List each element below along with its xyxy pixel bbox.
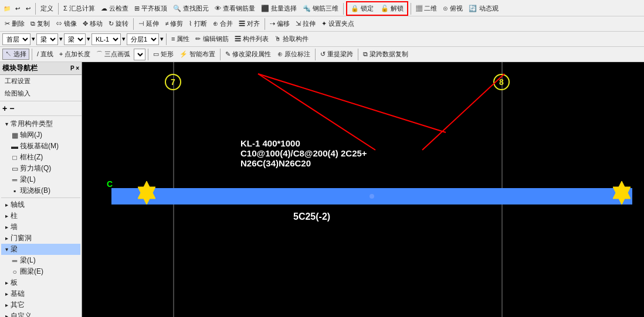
tree-item-liang[interactable]: ▾ 梁 <box>1 244 80 255</box>
annotation-text: KL-1 400*1000 C10@100(4)/C8@200(4) 2C25+… <box>240 138 367 168</box>
toolbar-row1: 📁 ↩ ↩ 定义 Σ 汇总计算 ☁ 云检查 ⊞ 平齐板顶 🔍 查找图元 👁 查看… <box>0 0 644 16</box>
engineering-settings-btn[interactable]: 工程设置 <box>2 76 33 86</box>
set-grip-btn[interactable]: ✦ 设置夹点 <box>319 19 357 29</box>
toolbar-view-rebar-btn[interactable]: 👁 查看钢筋量 <box>212 4 257 13</box>
tree-item-axis[interactable]: ▦ 轴网(J) <box>1 129 80 141</box>
edit-rebar-btn[interactable]: ✏ 编辑钢筋 <box>193 34 231 44</box>
toolbar-batch-btn[interactable]: ⬛ 批量选择 <box>259 4 299 13</box>
panel-tool-add[interactable]: + <box>2 104 7 113</box>
col-icon: □ <box>11 154 19 162</box>
sep7 <box>166 33 167 45</box>
sep6 <box>265 18 265 30</box>
toolbar-find-btn[interactable]: 🔍 查找图元 <box>171 4 211 13</box>
smart-layout-btn[interactable]: ⚡ 智能布置 <box>177 49 218 59</box>
unlock-btn[interactable]: 🔓 解锁 <box>378 4 406 13</box>
tree-item-door[interactable]: ▸ 门窗洞 <box>1 233 80 244</box>
trim-btn[interactable]: ≠ 修剪 <box>162 19 185 29</box>
copy-span-data-btn[interactable]: ⧉ 梁跨数据复制 <box>361 49 411 59</box>
toolbar-row3: 首层二层 ▾ 梁柱 ▾ 梁 ▾ KL-1KL-2 ▾ 分层1分层2 ▾ ≡ 属性… <box>0 32 644 47</box>
property-btn[interactable]: ≡ 属性 <box>169 34 192 44</box>
mirror-btn[interactable]: ⇔ 镜像 <box>53 19 79 29</box>
tree-label: 筏板基础(M) <box>20 141 59 151</box>
move-btn[interactable]: ✥ 移动 <box>80 19 105 29</box>
tree-item-others[interactable]: ▸ 其它 <box>1 299 80 311</box>
tree-item-col[interactable]: ▸ 柱 <box>1 210 80 221</box>
toolbar-calc-btn[interactable]: Σ 汇总计算 <box>61 4 97 13</box>
drawing-input-btn[interactable]: 绘图输入 <box>2 88 33 98</box>
re-extract-btn[interactable]: ↺ 重提梁跨 <box>318 49 355 59</box>
modify-seg-btn[interactable]: ✎ 修改梁段属性 <box>223 49 273 59</box>
point-len-btn[interactable]: ⌖ 点加长度 <box>57 49 93 59</box>
tree-label: 自定义 <box>11 311 32 317</box>
tree-area: ▾ 常用构件类型 ▦ 轴网(J) ▬ 筏板基础(M) □ 框柱(Z) ▭ 剪力墙… <box>0 117 82 317</box>
tree-item-beam[interactable]: ═ 梁(L) <box>1 174 80 185</box>
triangle-left <box>138 181 155 206</box>
tree-label: 墙 <box>11 222 18 232</box>
select-btn[interactable]: ↖ 选择 <box>2 49 29 60</box>
tree-item-slab[interactable]: ▪ 现浇板(B) <box>1 185 80 196</box>
tree-item-foundation[interactable]: ▸ 基础 <box>1 288 80 299</box>
tree-item-axisline[interactable]: ▸ 轴线 <box>1 199 80 210</box>
tree-item-ring-beam[interactable]: ○ 圈梁(E) <box>1 266 80 277</box>
floor-select[interactable]: 首层二层 <box>2 33 30 45</box>
toolbar-3d-rebar-btn[interactable]: 🔩 钢筋三维 <box>300 4 341 13</box>
delete-btn[interactable]: ✂ 删除 <box>2 19 27 29</box>
merge-btn[interactable]: ⊕ 合并 <box>211 19 235 29</box>
beam-l-icon: ═ <box>11 257 19 265</box>
annotation-line1: KL-1 400*1000 <box>240 138 367 148</box>
tree-item-raft[interactable]: ▬ 筏板基础(M) <box>1 141 80 152</box>
align-btn[interactable]: ☰ 对齐 <box>236 19 262 29</box>
sep1 <box>35 3 36 15</box>
rotate-btn[interactable]: ↻ 旋转 <box>106 19 131 29</box>
panel-tool-row: + − <box>0 103 82 114</box>
rect-btn[interactable]: ▭ 矩形 <box>151 49 176 59</box>
sep3 <box>343 3 344 15</box>
lock-btn[interactable]: 🔒 锁定 <box>348 4 376 13</box>
expand-icon: ▸ <box>2 224 11 230</box>
panel-tool-minus[interactable]: − <box>9 104 14 113</box>
panel-pin[interactable]: P × <box>70 65 79 71</box>
break-btn[interactable]: ⌇ 打断 <box>187 19 209 29</box>
annotation-line2: C10@100(4)/C8@200(4) 2C25+ <box>240 148 367 158</box>
canvas-area[interactable]: 7 8 C <box>82 62 644 317</box>
copy-btn[interactable]: ⧉ 复制 <box>28 19 52 29</box>
toolbar-2d-btn[interactable]: ▦ 二维 <box>413 4 439 13</box>
tree-label: 柱 <box>11 211 18 221</box>
tree-label: 梁 <box>11 244 18 254</box>
toolbar-dynamic-btn[interactable]: 🔄 动态观 <box>466 4 500 13</box>
toolbar-define-btn[interactable]: 定义 <box>38 4 56 13</box>
origin-mark-btn[interactable]: ⊕ 原位标注 <box>275 49 313 59</box>
layer-select[interactable]: 分层1分层2 <box>127 33 159 45</box>
component-list-btn[interactable]: ☰ 构件列表 <box>232 34 271 44</box>
tree-item-ban[interactable]: ▸ 板 <box>1 277 80 288</box>
arc-btn[interactable]: ⌒ 三点画弧 <box>94 49 133 59</box>
type-select[interactable]: 梁柱 <box>36 33 58 45</box>
tree-item-shearwall[interactable]: ▭ 剪力墙(Q) <box>1 163 80 174</box>
tree-label: 轴线 <box>11 200 25 210</box>
tree-item-liang-l[interactable]: ═ 梁(L) <box>1 255 80 266</box>
tree-label: 梁(L) <box>20 175 36 185</box>
kl-select[interactable]: KL-1KL-2 <box>91 33 121 45</box>
offset-btn[interactable]: ⇢ 偏移 <box>267 19 292 29</box>
panel-nav-buttons: 工程设置 <box>0 75 82 87</box>
sep9 <box>148 49 148 60</box>
extend-btn[interactable]: ⊣ 延伸 <box>136 19 161 29</box>
stretch-btn[interactable]: ⇲ 拉伸 <box>293 19 318 29</box>
line-btn[interactable]: / 直线 <box>35 49 56 59</box>
tree-item-column[interactable]: □ 框柱(Z) <box>1 152 80 163</box>
annotation-bottom-text: 5C25(-2) <box>293 212 330 222</box>
panel-divider2 <box>0 115 82 116</box>
toolbar-cloud-btn[interactable]: ☁ 云检查 <box>99 4 131 13</box>
tree-item-custom[interactable]: ▸ 自定义 <box>1 311 80 317</box>
tree-item-common[interactable]: ▾ 常用构件类型 <box>1 118 80 129</box>
tree-label: 门窗洞 <box>11 233 32 243</box>
tree-item-wall[interactable]: ▸ 墙 <box>1 221 80 233</box>
pick-component-btn[interactable]: 🖱 拾取构件 <box>272 34 311 44</box>
toolbar-align-btn[interactable]: ⊞ 平齐板顶 <box>132 4 170 13</box>
main-area: 模块导航栏 P × 工程设置 绘图输入 + − ▾ 常用构件类型 ▦ 轴网(J) <box>0 62 644 317</box>
type-select2[interactable]: 梁 <box>64 33 86 45</box>
tree-label: 剪力墙(Q) <box>20 163 51 173</box>
left-panel: 模块导航栏 P × 工程设置 绘图输入 + − ▾ 常用构件类型 ▦ 轴网(J) <box>0 62 82 317</box>
arc-select[interactable] <box>134 49 145 60</box>
toolbar-top-view-btn[interactable]: ⊙ 俯视 <box>440 4 465 13</box>
